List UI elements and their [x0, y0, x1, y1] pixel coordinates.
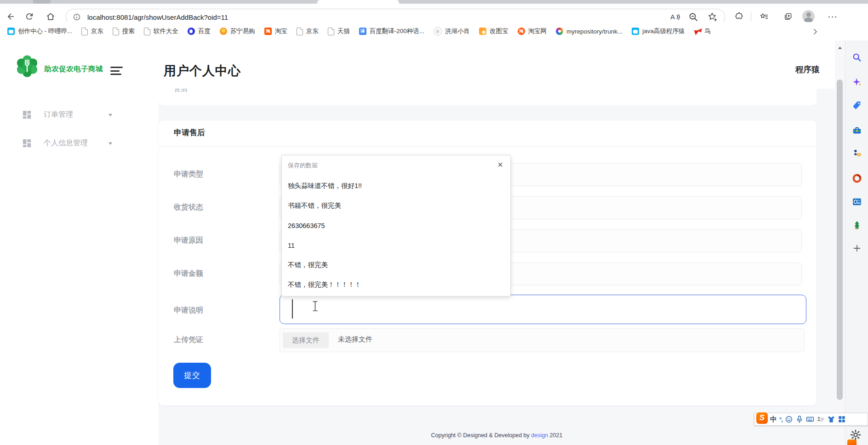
autofill-item-text: 2630663675: [288, 222, 325, 229]
bookmark-item[interactable]: 软件大全: [139, 25, 183, 38]
copilot-icon[interactable]: [851, 76, 863, 88]
autofill-item[interactable]: 不错，很完美: [288, 255, 504, 275]
autofill-item[interactable]: 不错，很完美！！！！！: [288, 275, 504, 295]
emoji-icon[interactable]: [785, 415, 793, 423]
ime-punctuation-toggle[interactable]: °,: [779, 416, 782, 423]
site-info-icon[interactable]: [73, 13, 81, 21]
footer-year: 2021: [548, 432, 562, 439]
shop-logo-icon[interactable]: [15, 54, 39, 78]
field-label-apply-type: 申请类型: [174, 170, 203, 179]
browser-tab-strip: [0, 0, 868, 4]
bookmark-item[interactable]: 淘 淘宝网: [513, 25, 552, 38]
bookmark-label: 苏宁易购: [230, 27, 255, 35]
games-icon[interactable]: [851, 147, 863, 159]
tree-icon[interactable]: [851, 219, 863, 231]
search-icon[interactable]: [851, 51, 863, 63]
bookmark-item[interactable]: myrepository/trunk...: [551, 25, 627, 38]
toolbox-icon[interactable]: [851, 125, 863, 137]
bookmark-item[interactable]: 搜索: [108, 25, 139, 38]
page-scrollbar[interactable]: [835, 40, 845, 445]
profile-avatar[interactable]: [802, 10, 815, 23]
bookmark-label: 改图宝: [490, 27, 508, 35]
bookmark-item[interactable]: 改图宝: [474, 25, 513, 38]
bookmarks-overflow-chevron-icon[interactable]: [809, 26, 821, 38]
autofill-item[interactable]: 2630663675: [288, 216, 504, 235]
logged-in-username[interactable]: 程序猿: [795, 64, 820, 75]
scroll-up-arrow-icon[interactable]: [837, 44, 843, 50]
clipped-text: 售后: [174, 89, 188, 93]
card-divider: [159, 146, 817, 147]
keyboard-icon[interactable]: [806, 415, 814, 423]
ime-toolbar: S 中 °,: [754, 413, 868, 426]
file-status-text: 未选择文件: [338, 335, 372, 344]
ime-menu-grid-icon[interactable]: [838, 415, 846, 423]
bookmark-favicon: [434, 27, 442, 35]
footer-copyright: Copyright © Designed & Developed by desi…: [159, 432, 835, 439]
add-icon[interactable]: [851, 242, 863, 254]
bookmark-item[interactable]: 鸟: [690, 25, 716, 38]
sogou-logo-icon[interactable]: S: [756, 412, 768, 424]
bookmark-item[interactable]: 天猫: [323, 25, 354, 38]
apply-description-textarea[interactable]: [280, 295, 806, 324]
user-dict-icon[interactable]: [817, 415, 825, 423]
zoom-out-icon[interactable]: [688, 12, 699, 22]
submit-button[interactable]: 提交: [173, 363, 211, 388]
bookmarks-bar: 创作中心 - 哔哩哔... 京东 搜索 软件大全 百度 苏宁易购 淘 淘宝: [0, 22, 868, 41]
bookmark-favicon: [328, 28, 334, 35]
autofill-item[interactable]: 书籍不错，很完美: [288, 196, 504, 216]
bookmark-item[interactable]: 创作中心 - 哔哩哔...: [3, 25, 77, 38]
field-label-receive-status: 收货状态: [174, 203, 203, 212]
sidebar-item-profile-management[interactable]: 个人信息管理: [0, 134, 159, 153]
add-favorite-star-icon[interactable]: [707, 12, 718, 22]
autofill-item[interactable]: 11: [288, 235, 504, 255]
sidebar-item-label: 订单管理: [44, 110, 73, 120]
bookmark-item[interactable]: 洪湖小肖: [429, 25, 474, 38]
bookmark-label: 天猫: [337, 27, 350, 35]
scrollbar-thumb[interactable]: [837, 80, 843, 400]
bookmark-label: 鸟: [705, 27, 711, 35]
active-tab-fragment[interactable]: [317, 0, 399, 4]
autofill-item[interactable]: 独头蒜味道不错，很好1!!: [288, 176, 504, 196]
bookmark-item[interactable]: 百度: [183, 25, 215, 38]
url-text[interactable]: localhost:8081/agr/showUserAddBack?oid=1…: [87, 13, 228, 21]
bookmark-item[interactable]: 淘 淘宝: [260, 25, 292, 38]
bookmark-favicon: 译: [359, 28, 366, 35]
outlook-icon[interactable]: [851, 196, 863, 208]
office-icon[interactable]: [851, 172, 863, 184]
toolbar-divider: [751, 12, 751, 21]
bookmark-label: 洪湖小肖: [445, 27, 470, 35]
bookmark-favicon: [220, 28, 227, 35]
autofill-item-text: 独头蒜味道不错，很好1!!: [288, 182, 362, 190]
bookmark-favicon: [556, 28, 563, 35]
bookmark-item[interactable]: 京东: [77, 25, 108, 38]
footer-design-link[interactable]: design: [531, 432, 548, 439]
sidebar-item-order-management[interactable]: 订单管理: [0, 106, 159, 124]
ime-logo-partial-icon[interactable]: [847, 439, 857, 445]
upload-file-row: 选择文件 未选择文件: [280, 328, 805, 352]
bookmark-item[interactable]: 译 百度翻译-200种语...: [354, 25, 429, 38]
bookmark-favicon: [632, 28, 639, 35]
skin-tshirt-icon[interactable]: [827, 415, 835, 423]
field-label-apply-amount: 申请金额: [174, 269, 203, 279]
bookmark-item[interactable]: 京东: [292, 25, 323, 38]
bookmark-favicon: [144, 28, 150, 35]
sidebar-toggle-icon[interactable]: [110, 67, 123, 77]
svg-text:A: A: [670, 13, 675, 21]
shopping-icon[interactable]: [851, 99, 863, 111]
read-aloud-icon[interactable]: A: [669, 12, 680, 22]
bookmark-label: 百度: [198, 27, 211, 35]
choose-file-button[interactable]: 选择文件: [283, 332, 329, 348]
close-icon[interactable]: ×: [496, 158, 505, 171]
bookmark-item[interactable]: 苏宁易购: [215, 25, 260, 38]
microphone-icon[interactable]: [795, 415, 804, 423]
bookmark-label: myrepository/trunk...: [566, 28, 622, 35]
bookmark-label: 京东: [306, 27, 319, 35]
bookmark-label: java高级程序猿: [642, 27, 685, 35]
bookmark-label: 软件大全: [154, 27, 178, 35]
autofill-item-text: 不错，很完美！！！！！: [288, 280, 361, 289]
chevron-down-icon: [107, 140, 114, 147]
bookmark-label: 淘宝网: [528, 27, 547, 35]
autofill-item-text: 书籍不错，很完美: [288, 201, 341, 210]
ime-language-toggle[interactable]: 中: [770, 415, 777, 424]
bookmark-item[interactable]: java高级程序猿: [627, 25, 689, 38]
